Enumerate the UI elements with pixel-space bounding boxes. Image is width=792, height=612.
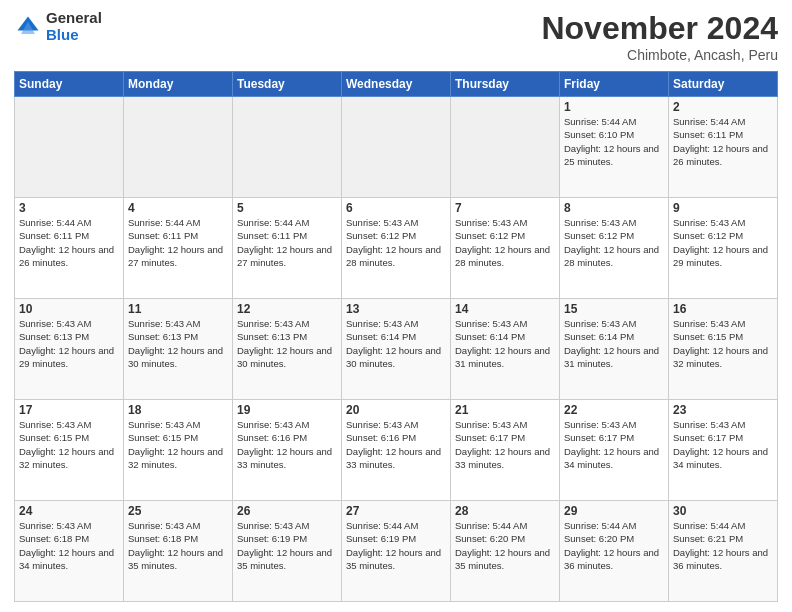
day-number: 28 bbox=[455, 504, 555, 518]
day-info: Sunrise: 5:43 AMSunset: 6:17 PMDaylight:… bbox=[564, 418, 664, 471]
calendar-cell: 7Sunrise: 5:43 AMSunset: 6:12 PMDaylight… bbox=[451, 198, 560, 299]
calendar-cell: 25Sunrise: 5:43 AMSunset: 6:18 PMDayligh… bbox=[124, 501, 233, 602]
logo-icon bbox=[14, 13, 42, 41]
weekday-header-monday: Monday bbox=[124, 72, 233, 97]
day-info: Sunrise: 5:44 AMSunset: 6:21 PMDaylight:… bbox=[673, 519, 773, 572]
calendar-cell bbox=[15, 97, 124, 198]
day-number: 4 bbox=[128, 201, 228, 215]
logo-general-text: General bbox=[46, 10, 102, 27]
calendar-cell: 14Sunrise: 5:43 AMSunset: 6:14 PMDayligh… bbox=[451, 299, 560, 400]
day-number: 17 bbox=[19, 403, 119, 417]
calendar-cell: 23Sunrise: 5:43 AMSunset: 6:17 PMDayligh… bbox=[669, 400, 778, 501]
day-number: 6 bbox=[346, 201, 446, 215]
day-info: Sunrise: 5:43 AMSunset: 6:13 PMDaylight:… bbox=[237, 317, 337, 370]
header: General Blue November 2024 Chimbote, Anc… bbox=[14, 10, 778, 63]
weekday-header-row: SundayMondayTuesdayWednesdayThursdayFrid… bbox=[15, 72, 778, 97]
day-info: Sunrise: 5:43 AMSunset: 6:15 PMDaylight:… bbox=[673, 317, 773, 370]
day-info: Sunrise: 5:43 AMSunset: 6:13 PMDaylight:… bbox=[128, 317, 228, 370]
day-info: Sunrise: 5:44 AMSunset: 6:20 PMDaylight:… bbox=[564, 519, 664, 572]
calendar-cell: 11Sunrise: 5:43 AMSunset: 6:13 PMDayligh… bbox=[124, 299, 233, 400]
calendar-cell: 3Sunrise: 5:44 AMSunset: 6:11 PMDaylight… bbox=[15, 198, 124, 299]
day-info: Sunrise: 5:44 AMSunset: 6:19 PMDaylight:… bbox=[346, 519, 446, 572]
day-number: 3 bbox=[19, 201, 119, 215]
calendar-cell: 21Sunrise: 5:43 AMSunset: 6:17 PMDayligh… bbox=[451, 400, 560, 501]
calendar-cell: 19Sunrise: 5:43 AMSunset: 6:16 PMDayligh… bbox=[233, 400, 342, 501]
calendar-cell: 17Sunrise: 5:43 AMSunset: 6:15 PMDayligh… bbox=[15, 400, 124, 501]
day-number: 7 bbox=[455, 201, 555, 215]
calendar-table: SundayMondayTuesdayWednesdayThursdayFrid… bbox=[14, 71, 778, 602]
logo-text: General Blue bbox=[46, 10, 102, 43]
calendar-cell bbox=[124, 97, 233, 198]
calendar-week-row: 24Sunrise: 5:43 AMSunset: 6:18 PMDayligh… bbox=[15, 501, 778, 602]
calendar-cell: 16Sunrise: 5:43 AMSunset: 6:15 PMDayligh… bbox=[669, 299, 778, 400]
day-info: Sunrise: 5:43 AMSunset: 6:12 PMDaylight:… bbox=[455, 216, 555, 269]
calendar-cell: 26Sunrise: 5:43 AMSunset: 6:19 PMDayligh… bbox=[233, 501, 342, 602]
day-number: 2 bbox=[673, 100, 773, 114]
calendar-cell: 8Sunrise: 5:43 AMSunset: 6:12 PMDaylight… bbox=[560, 198, 669, 299]
calendar-cell: 18Sunrise: 5:43 AMSunset: 6:15 PMDayligh… bbox=[124, 400, 233, 501]
day-info: Sunrise: 5:44 AMSunset: 6:11 PMDaylight:… bbox=[237, 216, 337, 269]
day-info: Sunrise: 5:43 AMSunset: 6:14 PMDaylight:… bbox=[346, 317, 446, 370]
day-number: 8 bbox=[564, 201, 664, 215]
calendar-cell bbox=[342, 97, 451, 198]
day-info: Sunrise: 5:43 AMSunset: 6:12 PMDaylight:… bbox=[564, 216, 664, 269]
day-number: 21 bbox=[455, 403, 555, 417]
calendar-cell: 28Sunrise: 5:44 AMSunset: 6:20 PMDayligh… bbox=[451, 501, 560, 602]
day-info: Sunrise: 5:44 AMSunset: 6:11 PMDaylight:… bbox=[19, 216, 119, 269]
day-number: 24 bbox=[19, 504, 119, 518]
calendar-cell: 6Sunrise: 5:43 AMSunset: 6:12 PMDaylight… bbox=[342, 198, 451, 299]
day-info: Sunrise: 5:43 AMSunset: 6:18 PMDaylight:… bbox=[128, 519, 228, 572]
calendar-cell bbox=[233, 97, 342, 198]
weekday-header-saturday: Saturday bbox=[669, 72, 778, 97]
title-block: November 2024 Chimbote, Ancash, Peru bbox=[541, 10, 778, 63]
calendar-cell: 5Sunrise: 5:44 AMSunset: 6:11 PMDaylight… bbox=[233, 198, 342, 299]
calendar-cell: 27Sunrise: 5:44 AMSunset: 6:19 PMDayligh… bbox=[342, 501, 451, 602]
calendar-cell: 10Sunrise: 5:43 AMSunset: 6:13 PMDayligh… bbox=[15, 299, 124, 400]
day-number: 22 bbox=[564, 403, 664, 417]
day-info: Sunrise: 5:43 AMSunset: 6:12 PMDaylight:… bbox=[673, 216, 773, 269]
day-number: 19 bbox=[237, 403, 337, 417]
logo: General Blue bbox=[14, 10, 102, 43]
day-info: Sunrise: 5:43 AMSunset: 6:16 PMDaylight:… bbox=[346, 418, 446, 471]
calendar-cell: 24Sunrise: 5:43 AMSunset: 6:18 PMDayligh… bbox=[15, 501, 124, 602]
day-number: 5 bbox=[237, 201, 337, 215]
day-info: Sunrise: 5:43 AMSunset: 6:15 PMDaylight:… bbox=[19, 418, 119, 471]
day-number: 23 bbox=[673, 403, 773, 417]
weekday-header-tuesday: Tuesday bbox=[233, 72, 342, 97]
day-number: 25 bbox=[128, 504, 228, 518]
calendar-cell: 22Sunrise: 5:43 AMSunset: 6:17 PMDayligh… bbox=[560, 400, 669, 501]
day-number: 14 bbox=[455, 302, 555, 316]
weekday-header-friday: Friday bbox=[560, 72, 669, 97]
day-number: 15 bbox=[564, 302, 664, 316]
calendar-week-row: 1Sunrise: 5:44 AMSunset: 6:10 PMDaylight… bbox=[15, 97, 778, 198]
calendar-week-row: 10Sunrise: 5:43 AMSunset: 6:13 PMDayligh… bbox=[15, 299, 778, 400]
day-number: 29 bbox=[564, 504, 664, 518]
calendar-cell: 30Sunrise: 5:44 AMSunset: 6:21 PMDayligh… bbox=[669, 501, 778, 602]
calendar-body: 1Sunrise: 5:44 AMSunset: 6:10 PMDaylight… bbox=[15, 97, 778, 602]
calendar-cell: 1Sunrise: 5:44 AMSunset: 6:10 PMDaylight… bbox=[560, 97, 669, 198]
day-info: Sunrise: 5:43 AMSunset: 6:16 PMDaylight:… bbox=[237, 418, 337, 471]
calendar-header: SundayMondayTuesdayWednesdayThursdayFrid… bbox=[15, 72, 778, 97]
day-info: Sunrise: 5:44 AMSunset: 6:11 PMDaylight:… bbox=[673, 115, 773, 168]
day-info: Sunrise: 5:44 AMSunset: 6:11 PMDaylight:… bbox=[128, 216, 228, 269]
day-info: Sunrise: 5:43 AMSunset: 6:17 PMDaylight:… bbox=[673, 418, 773, 471]
calendar-cell bbox=[451, 97, 560, 198]
day-number: 9 bbox=[673, 201, 773, 215]
day-number: 12 bbox=[237, 302, 337, 316]
day-number: 20 bbox=[346, 403, 446, 417]
day-number: 13 bbox=[346, 302, 446, 316]
day-info: Sunrise: 5:43 AMSunset: 6:13 PMDaylight:… bbox=[19, 317, 119, 370]
day-info: Sunrise: 5:43 AMSunset: 6:15 PMDaylight:… bbox=[128, 418, 228, 471]
weekday-header-wednesday: Wednesday bbox=[342, 72, 451, 97]
page: General Blue November 2024 Chimbote, Anc… bbox=[0, 0, 792, 612]
calendar-cell: 15Sunrise: 5:43 AMSunset: 6:14 PMDayligh… bbox=[560, 299, 669, 400]
day-number: 18 bbox=[128, 403, 228, 417]
calendar-cell: 20Sunrise: 5:43 AMSunset: 6:16 PMDayligh… bbox=[342, 400, 451, 501]
day-info: Sunrise: 5:43 AMSunset: 6:14 PMDaylight:… bbox=[564, 317, 664, 370]
day-info: Sunrise: 5:43 AMSunset: 6:18 PMDaylight:… bbox=[19, 519, 119, 572]
calendar-cell: 2Sunrise: 5:44 AMSunset: 6:11 PMDaylight… bbox=[669, 97, 778, 198]
day-info: Sunrise: 5:44 AMSunset: 6:10 PMDaylight:… bbox=[564, 115, 664, 168]
month-title: November 2024 bbox=[541, 10, 778, 47]
day-number: 1 bbox=[564, 100, 664, 114]
calendar-week-row: 17Sunrise: 5:43 AMSunset: 6:15 PMDayligh… bbox=[15, 400, 778, 501]
